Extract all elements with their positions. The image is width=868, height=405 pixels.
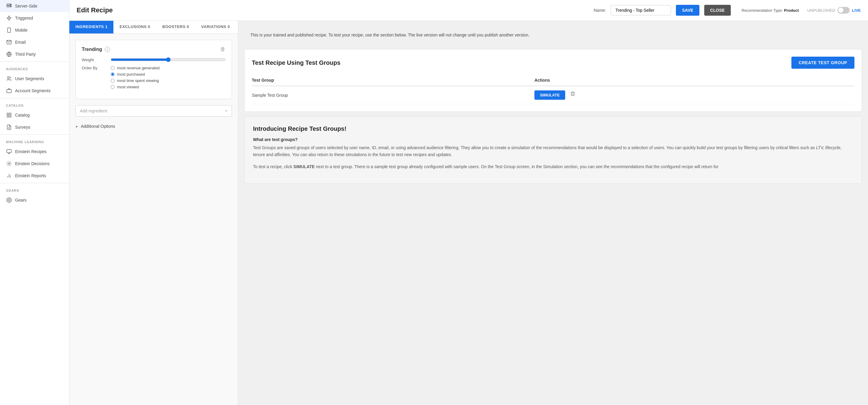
main-content: Edit Recipe Name: SAVE CLOSE Recommendat… — [69, 0, 868, 405]
recipe-name-input[interactable] — [611, 5, 671, 15]
ml-section-label: MACHINE LEARNING — [0, 136, 69, 145]
svg-rect-13 — [10, 113, 11, 114]
radio-most-viewed-label: most viewed — [117, 85, 139, 89]
sidebar-divider-4 — [0, 183, 69, 183]
svg-point-2 — [10, 4, 11, 5]
col-test-group: Test Group — [252, 75, 534, 86]
weight-label: Weight — [82, 58, 106, 62]
save-button[interactable]: SAVE — [676, 5, 699, 16]
order-by-options: most revenue generated most purchased mo… — [111, 66, 159, 89]
info-banner-text: This is your trained and published recip… — [250, 32, 856, 38]
simulate-bold-label: SIMULATE — [293, 164, 315, 169]
server-icon — [6, 3, 12, 9]
sidebar-item-user-segments[interactable]: User Segments — [0, 73, 69, 85]
live-label: LIVE — [852, 8, 861, 13]
catalog-icon — [6, 112, 12, 118]
tab-boosters[interactable]: BOOSTERS 0 — [156, 21, 195, 33]
sidebar-divider-2 — [0, 98, 69, 98]
what-are-test-groups-label: What are test groups? — [253, 137, 853, 142]
test-groups-header: Test Recipe Using Test Groups CREATE TES… — [252, 57, 855, 69]
recipes-icon — [6, 148, 12, 155]
sidebar-item-gears[interactable]: Gears — [0, 194, 69, 206]
info-icon[interactable]: i — [105, 47, 110, 52]
sidebar-item-label: Surveys — [15, 125, 30, 130]
add-ingredient-section: Add ingredient — [75, 105, 232, 116]
publish-toggle-wrap: UNPUBLISHED LIVE — [807, 7, 861, 13]
gears-section-label: GEARS — [0, 184, 69, 194]
sidebar-item-einstein-decisions[interactable]: Einstein Decisions — [0, 158, 69, 170]
decisions-icon — [6, 161, 12, 167]
how-to-simulate-text: To test a recipe, click SIMULATE next to… — [253, 163, 853, 170]
ingredient-card: Trending i 🗑 Weight Order By — [75, 40, 232, 99]
unpublished-label: UNPUBLISHED — [807, 8, 835, 13]
delete-test-group-button[interactable] — [570, 91, 576, 98]
chevron-right-icon: ► — [75, 125, 79, 128]
how-suffix: next to a test group. There is a sample … — [315, 164, 718, 169]
sidebar-item-server-side[interactable]: Server-Side — [0, 0, 69, 12]
tab-exclusions[interactable]: EXCLUSIONS 0 — [114, 21, 156, 33]
radio-most-revenue-input[interactable] — [111, 66, 115, 70]
account-segments-icon — [6, 88, 12, 94]
sidebar-section-web: Server-Side Triggered Mobile Email Third… — [0, 0, 69, 60]
radio-most-revenue-label: most revenue generated — [117, 66, 159, 70]
sidebar-item-einstein-reports[interactable]: Einstein Reports — [0, 170, 69, 182]
intro-title: Introducing Recipe Test Groups! — [253, 125, 853, 132]
sidebar-item-surveys[interactable]: Surveys — [0, 121, 69, 133]
svg-point-3 — [10, 6, 11, 7]
publish-toggle[interactable] — [838, 7, 849, 13]
sidebar-item-label: Einstein Decisions — [15, 161, 50, 166]
svg-point-19 — [8, 163, 10, 165]
close-button[interactable]: CLOSE — [704, 5, 731, 16]
radio-most-purchased[interactable]: most purchased — [111, 72, 159, 76]
triggered-icon — [6, 15, 12, 21]
email-icon — [6, 39, 12, 45]
sidebar-item-account-segments[interactable]: Account Segments — [0, 85, 69, 97]
sidebar-item-third-party[interactable]: Third Party — [0, 48, 69, 60]
tab-variations[interactable]: VARIATIONS 0 — [195, 21, 236, 33]
sidebar-item-email[interactable]: Email — [0, 36, 69, 48]
svg-rect-15 — [10, 116, 11, 117]
test-groups-title: Test Recipe Using Test Groups — [252, 59, 341, 66]
table-header-row: Test Group Actions — [252, 75, 855, 86]
weight-slider-wrap — [111, 57, 226, 62]
info-banner: This is your trained and published recip… — [244, 27, 862, 44]
sidebar-item-label: Triggered — [15, 16, 33, 21]
mobile-icon — [6, 27, 12, 33]
simulate-button[interactable]: SIMULATE — [534, 91, 565, 100]
sidebar: Server-Side Triggered Mobile Email Third… — [0, 0, 69, 405]
sidebar-item-einstein-recipes[interactable]: Einstein Recipes — [0, 145, 69, 158]
how-prefix: To test a recipe, click — [253, 164, 293, 169]
reports-icon — [6, 173, 12, 179]
svg-marker-4 — [7, 16, 11, 21]
svg-rect-14 — [7, 116, 8, 117]
catalog-section-label: CATALOG — [0, 99, 69, 109]
sidebar-item-catalog[interactable]: Catalog — [0, 109, 69, 121]
radio-most-viewed-input[interactable] — [111, 85, 115, 89]
surveys-icon — [6, 124, 12, 130]
header: Edit Recipe Name: SAVE CLOSE Recommendat… — [69, 0, 868, 21]
radio-most-time-input[interactable] — [111, 79, 115, 82]
radio-most-revenue[interactable]: most revenue generated — [111, 66, 159, 70]
col-actions: Actions — [534, 75, 855, 86]
toggle-knob — [838, 7, 843, 13]
sidebar-item-label: Server-Side — [15, 4, 37, 8]
radio-most-time[interactable]: most time spent viewing — [111, 78, 159, 83]
left-panel: INGREDIENTS 1 EXCLUSIONS 0 BOOSTERS 0 VA… — [69, 21, 238, 405]
third-party-icon — [6, 51, 12, 57]
create-test-group-button[interactable]: CREATE TEST GROUP — [792, 57, 855, 69]
what-are-test-groups-text: Test Groups are saved groups of users se… — [253, 144, 853, 158]
svg-rect-18 — [7, 149, 11, 153]
sidebar-item-triggered[interactable]: Triggered — [0, 12, 69, 24]
radio-most-purchased-input[interactable] — [111, 72, 115, 76]
intro-card: Introducing Recipe Test Groups! What are… — [244, 116, 862, 183]
radio-most-purchased-label: most purchased — [117, 72, 145, 76]
weight-slider[interactable] — [111, 57, 226, 62]
add-ingredient-select[interactable]: Add ingredient — [75, 105, 232, 116]
sidebar-item-label: Account Segments — [15, 88, 51, 93]
delete-ingredient-icon[interactable]: 🗑 — [220, 46, 226, 53]
weight-row: Weight — [82, 57, 226, 62]
radio-most-viewed[interactable]: most viewed — [111, 85, 159, 89]
additional-options-toggle[interactable]: ► Additional Options — [75, 122, 232, 131]
tab-ingredients[interactable]: INGREDIENTS 1 — [69, 21, 114, 33]
sidebar-item-mobile[interactable]: Mobile — [0, 24, 69, 36]
